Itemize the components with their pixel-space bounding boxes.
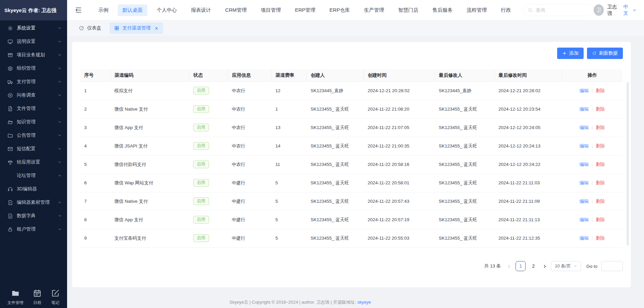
search-box[interactable] [523, 4, 594, 16]
sidebar-shortcut[interactable]: 笔记 [51, 289, 60, 306]
avatar[interactable]: 卫 [594, 4, 604, 16]
sidebar-item[interactable]: 公告管理 [0, 129, 67, 142]
delete-link[interactable]: 删除 [596, 217, 605, 222]
edit-link[interactable]: 编辑 [580, 162, 589, 167]
topnav-item[interactable]: 默认桌面 [118, 4, 147, 16]
add-button-label: 添加 [569, 50, 579, 56]
topnav-item[interactable]: 生产管理 [359, 4, 389, 16]
delete-link[interactable]: 删除 [596, 107, 605, 112]
topnav-item[interactable]: CRM管理 [220, 4, 251, 16]
cell-creator: SK123455_ 蓝天旺 [307, 100, 364, 118]
collapse-sidebar-button[interactable] [74, 6, 82, 14]
sidebar-item-label: 论坛管理 [17, 173, 54, 179]
edit-link[interactable]: 编辑 [580, 125, 589, 130]
cell-created-time: 2024-11-22 20:58:01 [364, 174, 435, 192]
cell-status: 启用 [189, 118, 228, 137]
page-button[interactable]: 1 [516, 261, 526, 271]
cell-rate: 12 [271, 81, 307, 100]
edit-link[interactable]: 编辑 [580, 217, 589, 222]
sidebar-item[interactable]: 组织管理 [0, 62, 67, 75]
tab[interactable]: 仪表盘 [74, 22, 106, 34]
status-badge: 启用 [193, 179, 209, 187]
column-header: 最后修改时间 [494, 69, 561, 81]
sidebar-item[interactable]: 说明设置 [0, 35, 67, 48]
next-page-button[interactable] [542, 263, 547, 268]
action-divider: | [592, 107, 593, 112]
sidebar-item-label: 数据字典 [17, 213, 54, 219]
cell-creator: SK123455_ 蓝天旺 [307, 137, 364, 155]
topnav-item[interactable]: 个人中心 [152, 4, 181, 16]
cell-channel-code: 微信 JSAPI 支付 [110, 137, 189, 155]
delete-link[interactable]: 删除 [596, 199, 605, 204]
sidebar-item-label: 轻应用设置 [17, 159, 54, 165]
add-button[interactable]: 添加 [557, 48, 584, 59]
search-input[interactable] [536, 7, 589, 13]
sidebar-item[interactable]: 短信配置 [0, 142, 67, 156]
topnav-item[interactable]: 售后服务 [428, 4, 457, 16]
sidebar-item[interactable]: 轻应用设置 [0, 156, 67, 169]
page-size-select[interactable]: 10 条/页 [551, 261, 581, 271]
action-divider: | [592, 217, 593, 222]
sidebar-item-label: 公告管理 [17, 132, 54, 138]
cell-rate: 13 [271, 118, 307, 137]
topnav-item[interactable]: 流程管理 [462, 4, 491, 16]
language-selector[interactable]: 中文 [623, 4, 637, 16]
topnav-item[interactable]: 示例 [94, 4, 113, 16]
cell-modified-time: 2024-11-22 21:11:03 [494, 174, 561, 192]
cell-actions: 编辑|删除 [561, 174, 623, 192]
cell-modified-time: 2024-12-12 20:24:22 [494, 155, 561, 174]
sidebar-item[interactable]: 租户管理 [0, 223, 67, 236]
close-icon[interactable] [154, 26, 159, 30]
edit-link[interactable]: 编辑 [580, 107, 589, 112]
sidebar-item[interactable]: 问卷调查 [0, 88, 67, 102]
scales-icon [7, 160, 13, 165]
cell-creator: SK123455_ 蓝天旺 [307, 174, 364, 192]
sidebar-item[interactable]: 3D编辑器 [0, 182, 67, 196]
table-scrollbar[interactable] [627, 82, 629, 246]
delete-link[interactable]: 删除 [596, 236, 605, 241]
sidebar-item[interactable]: 支付管理 [0, 75, 67, 88]
sidebar-shortcut[interactable]: 日程 [33, 289, 42, 306]
sidebar-item[interactable]: 知识管理 [0, 115, 67, 129]
sidebar-item[interactable]: 数据字典 [0, 209, 67, 223]
cell-modifier: SK123455_ 蓝天旺 [435, 155, 494, 174]
table-row: 8微信 App 支付启用中建行5SK123455_ 蓝天旺2024-11-22 … [80, 210, 623, 229]
edit-link[interactable]: 编辑 [580, 199, 589, 204]
topnav-item[interactable]: ERP仓库 [325, 4, 355, 16]
sidebar-item[interactable]: 论坛管理 [0, 169, 67, 182]
sidebar-item[interactable]: 项目业务规划 [0, 48, 67, 62]
delete-link[interactable]: 删除 [596, 180, 605, 185]
topnav-item[interactable]: 报表设计 [186, 4, 216, 16]
topnav-item[interactable]: 项目管理 [256, 4, 286, 16]
sidebar-item[interactable]: 系统设置 [0, 21, 67, 35]
footer-link[interactable]: skyeye [357, 300, 371, 305]
tab[interactable]: 支付渠道管理 [110, 22, 163, 34]
status-badge: 启用 [193, 216, 209, 224]
sidebar-item[interactable]: 编辑器素材管理 [0, 196, 67, 209]
topnav-item[interactable]: 智慧门店 [393, 4, 423, 16]
prev-page-button[interactable] [507, 263, 512, 268]
cell-modified-time: 2024-12-12 20:24:13 [494, 137, 561, 155]
edit-link[interactable]: 编辑 [580, 143, 589, 148]
sidebar-item-label: 租户管理 [17, 226, 54, 232]
topnav-item[interactable]: 行政 [496, 4, 516, 16]
delete-link[interactable]: 删除 [596, 88, 605, 93]
edit-link[interactable]: 编辑 [580, 88, 589, 93]
table-row: 1模拟支付启用中农行12SK123445_袁静2024-12-21 20:28:… [80, 81, 623, 100]
sidebar-item[interactable]: 文件管理 [0, 102, 67, 115]
gear-icon [7, 25, 13, 31]
delete-link[interactable]: 删除 [596, 143, 605, 148]
refresh-button[interactable]: 刷新数据 [587, 48, 623, 59]
goto-page-input[interactable] [601, 261, 623, 271]
cell-modified-time: 2024-11-22 21:12:35 [494, 229, 561, 247]
sidebar-shortcut[interactable]: 文件管理 [7, 289, 23, 306]
topnav-item[interactable]: ERP管理 [290, 4, 320, 16]
delete-link[interactable]: 删除 [596, 125, 605, 130]
tabbar: 仪表盘支付渠道管理 [67, 20, 644, 36]
edit-link[interactable]: 编辑 [580, 180, 589, 185]
page-button[interactable]: 2 [528, 261, 538, 271]
cell-actions: 编辑|删除 [561, 155, 623, 174]
shortcut-label: 文件管理 [7, 300, 23, 306]
delete-link[interactable]: 删除 [596, 162, 605, 167]
edit-link[interactable]: 编辑 [580, 236, 589, 241]
